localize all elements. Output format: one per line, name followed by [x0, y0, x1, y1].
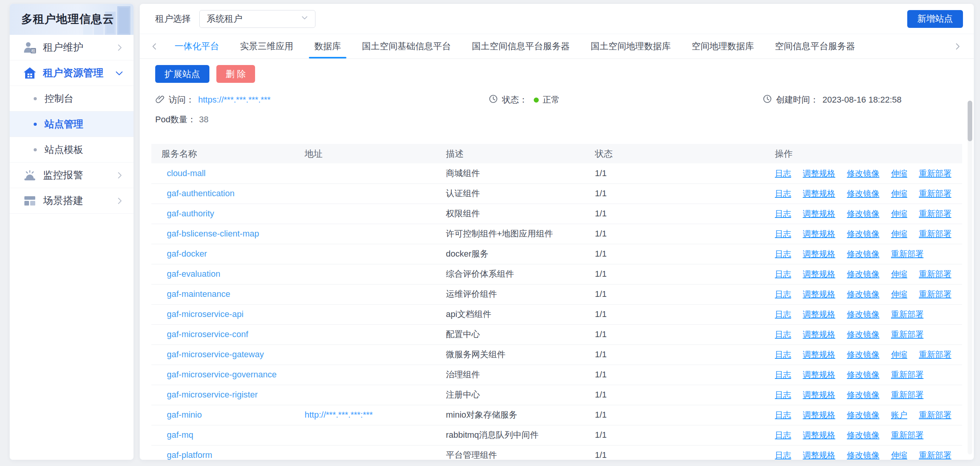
op-redeploy-link[interactable]: 重新部署	[919, 209, 951, 218]
op-log-link[interactable]: 日志	[775, 310, 791, 319]
op-redeploy-link[interactable]: 重新部署	[891, 370, 923, 379]
service-name-link[interactable]: gaf-bslicense-client-map	[167, 229, 259, 238]
op-spec-link[interactable]: 调整规格	[803, 249, 835, 258]
tabs-prev-icon[interactable]	[150, 42, 159, 51]
op-scale-link[interactable]: 伸缩	[891, 451, 907, 459]
op-account-link[interactable]: 账户	[891, 410, 907, 419]
op-image-link[interactable]: 修改镜像	[847, 169, 879, 178]
sidebar-item-site-management[interactable]: 站点管理	[10, 111, 134, 137]
op-redeploy-link[interactable]: 重新部署	[891, 249, 923, 258]
op-scale-link[interactable]: 伸缩	[891, 209, 907, 218]
op-log-link[interactable]: 日志	[775, 410, 791, 419]
sidebar-item-scene-build[interactable]: 场景搭建	[10, 188, 134, 214]
op-image-link[interactable]: 修改镜像	[847, 390, 879, 399]
tenant-select[interactable]: 系统租户	[199, 10, 315, 28]
op-scale-link[interactable]: 伸缩	[891, 269, 907, 278]
op-redeploy-link[interactable]: 重新部署	[891, 430, 923, 439]
op-spec-link[interactable]: 调整规格	[803, 189, 835, 198]
op-redeploy-link[interactable]: 重新部署	[919, 290, 951, 298]
op-redeploy-link[interactable]: 重新部署	[919, 451, 951, 459]
op-log-link[interactable]: 日志	[775, 229, 791, 238]
service-name-link[interactable]: gaf-minio	[167, 410, 202, 420]
service-name-link[interactable]: gaf-microservice-governance	[167, 370, 277, 379]
tab-database[interactable]: 数据库	[314, 34, 341, 58]
op-log-link[interactable]: 日志	[775, 189, 791, 198]
op-log-link[interactable]: 日志	[775, 290, 791, 298]
op-spec-link[interactable]: 调整规格	[803, 330, 835, 339]
delete-button[interactable]: 删 除	[216, 65, 255, 83]
op-log-link[interactable]: 日志	[775, 249, 791, 258]
op-spec-link[interactable]: 调整规格	[803, 269, 835, 278]
service-name-link[interactable]: gaf-microservice-gateway	[167, 350, 264, 359]
op-redeploy-link[interactable]: 重新部署	[891, 330, 923, 339]
op-scale-link[interactable]: 伸缩	[891, 290, 907, 298]
op-log-link[interactable]: 日志	[775, 390, 791, 399]
op-redeploy-link[interactable]: 重新部署	[919, 350, 951, 359]
op-spec-link[interactable]: 调整规格	[803, 451, 835, 459]
scrollbar-thumb[interactable]	[968, 101, 972, 141]
service-name-link[interactable]: cloud-mall	[167, 168, 206, 178]
tab-land-space-geo-database[interactable]: 国土空间地理数据库	[591, 34, 671, 58]
sidebar-item-tenant-resource-management[interactable]: 租户资源管理	[10, 60, 134, 86]
service-name-link[interactable]: gaf-authority	[167, 209, 214, 218]
op-spec-link[interactable]: 调整规格	[803, 370, 835, 379]
op-log-link[interactable]: 日志	[775, 169, 791, 178]
op-image-link[interactable]: 修改镜像	[847, 410, 879, 419]
service-name-link[interactable]: gaf-mq	[167, 430, 193, 440]
op-log-link[interactable]: 日志	[775, 330, 791, 339]
op-log-link[interactable]: 日志	[775, 209, 791, 218]
service-name-link[interactable]: gaf-platform	[167, 450, 212, 460]
op-spec-link[interactable]: 调整规格	[803, 410, 835, 419]
op-spec-link[interactable]: 调整规格	[803, 430, 835, 439]
access-url-link[interactable]: https://***.***.***.***	[198, 95, 271, 105]
op-log-link[interactable]: 日志	[775, 430, 791, 439]
op-spec-link[interactable]: 调整规格	[803, 209, 835, 218]
op-log-link[interactable]: 日志	[775, 350, 791, 359]
add-site-button[interactable]: 新增站点	[907, 10, 963, 28]
tabs-next-icon[interactable]	[953, 42, 962, 51]
tab-spatial-geo-database[interactable]: 空间地理数据库	[692, 34, 754, 58]
tab-spatial-info-platform-server[interactable]: 空间信息平台服务器	[775, 34, 855, 58]
op-log-link[interactable]: 日志	[775, 269, 791, 278]
sidebar-item-console[interactable]: 控制台	[10, 86, 134, 111]
op-image-link[interactable]: 修改镜像	[847, 229, 879, 238]
op-redeploy-link[interactable]: 重新部署	[919, 269, 951, 278]
op-spec-link[interactable]: 调整规格	[803, 350, 835, 359]
op-spec-link[interactable]: 调整规格	[803, 310, 835, 319]
service-name-link[interactable]: gaf-microservice-conf	[167, 329, 248, 339]
tab-land-space-basic-info-platform[interactable]: 国土空间基础信息平台	[362, 34, 451, 58]
service-name-link[interactable]: gaf-microservice-api	[167, 309, 243, 319]
op-image-link[interactable]: 修改镜像	[847, 330, 879, 339]
service-address-link[interactable]: http://***.***.***:***	[305, 410, 373, 420]
op-scale-link[interactable]: 伸缩	[891, 229, 907, 238]
service-name-link[interactable]: gaf-maintenance	[167, 289, 230, 299]
sidebar-item-site-template[interactable]: 站点模板	[10, 137, 134, 163]
op-image-link[interactable]: 修改镜像	[847, 451, 879, 459]
op-image-link[interactable]: 修改镜像	[847, 350, 879, 359]
sidebar-item-tenant-maintenance[interactable]: 租租户维护	[10, 35, 134, 60]
op-redeploy-link[interactable]: 重新部署	[919, 229, 951, 238]
op-redeploy-link[interactable]: 重新部署	[891, 310, 923, 319]
op-redeploy-link[interactable]: 重新部署	[891, 390, 923, 399]
service-name-link[interactable]: gaf-docker	[167, 249, 207, 259]
op-spec-link[interactable]: 调整规格	[803, 390, 835, 399]
op-image-link[interactable]: 修改镜像	[847, 249, 879, 258]
op-redeploy-link[interactable]: 重新部署	[919, 169, 951, 178]
op-image-link[interactable]: 修改镜像	[847, 209, 879, 218]
op-image-link[interactable]: 修改镜像	[847, 189, 879, 198]
op-image-link[interactable]: 修改镜像	[847, 290, 879, 298]
service-name-link[interactable]: gaf-authentication	[167, 188, 235, 198]
tab-realistic-3d-application[interactable]: 实景三维应用	[240, 34, 293, 58]
expand-site-button[interactable]: 扩展站点	[155, 65, 209, 83]
op-scale-link[interactable]: 伸缩	[891, 169, 907, 178]
op-image-link[interactable]: 修改镜像	[847, 430, 879, 439]
op-log-link[interactable]: 日志	[775, 451, 791, 459]
op-redeploy-link[interactable]: 重新部署	[919, 410, 951, 419]
op-image-link[interactable]: 修改镜像	[847, 370, 879, 379]
op-spec-link[interactable]: 调整规格	[803, 290, 835, 298]
service-name-link[interactable]: gaf-microservice-rigister	[167, 390, 258, 399]
op-redeploy-link[interactable]: 重新部署	[919, 189, 951, 198]
op-log-link[interactable]: 日志	[775, 370, 791, 379]
op-image-link[interactable]: 修改镜像	[847, 310, 879, 319]
tab-land-space-info-platform-server[interactable]: 国土空间信息平台服务器	[472, 34, 570, 58]
